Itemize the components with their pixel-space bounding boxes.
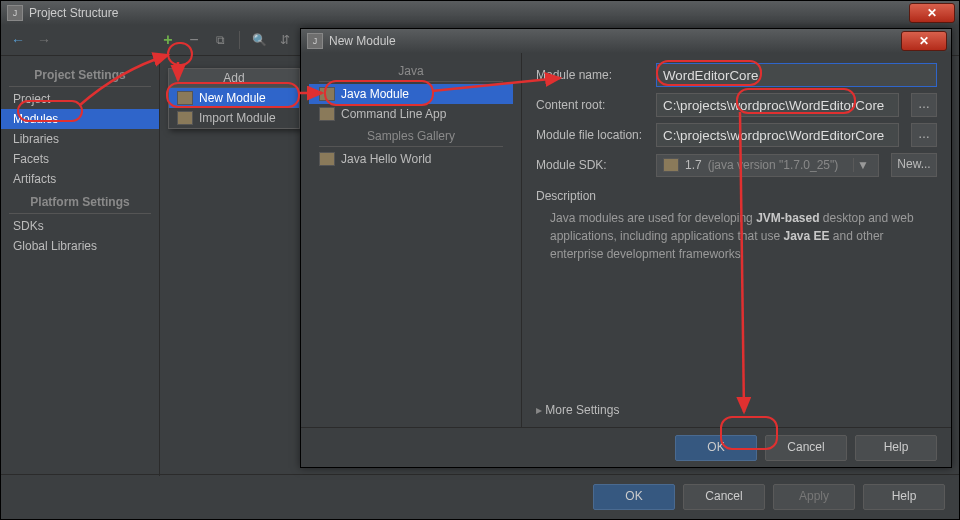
expand-icon[interactable]: ⇵ (276, 31, 294, 49)
sidebar-item-artifacts[interactable]: Artifacts (1, 169, 159, 189)
sidebar: Project Settings Project Modules Librari… (1, 56, 160, 476)
content-root-input[interactable] (656, 93, 899, 117)
forward-icon[interactable]: → (35, 31, 53, 49)
module-sdk-label: Module SDK: (536, 158, 648, 172)
content-root-browse-button[interactable]: … (911, 93, 937, 117)
search-icon[interactable]: 🔍 (250, 31, 268, 49)
module-sdk-dropdown[interactable]: 1.7 (java version "1.7.0_25") ▼ (656, 154, 879, 177)
popup-item-import-module[interactable]: Import Module (169, 108, 299, 128)
folder-icon (319, 152, 335, 166)
folder-icon (319, 107, 335, 121)
field-content-root: Content root: … (536, 93, 937, 117)
new-module-dialog: J New Module ✕ Java Java Module Command … (300, 28, 952, 468)
left-item-java-module[interactable]: Java Module (309, 84, 513, 104)
newmod-close-button[interactable]: ✕ (901, 31, 947, 51)
newmod-right-panel: Module name: Content root: … Module file… (522, 53, 951, 427)
separator (239, 31, 240, 49)
field-module-name: Module name: (536, 63, 937, 87)
add-popup: Add New Module Import Module (168, 68, 300, 129)
module-name-input[interactable] (656, 63, 937, 87)
main-apply-button[interactable]: Apply (773, 484, 855, 510)
module-name-label: Module name: (536, 68, 648, 82)
popup-item-label: New Module (199, 91, 266, 105)
popup-item-new-module[interactable]: New Module (169, 88, 299, 108)
sidebar-item-sdks[interactable]: SDKs (1, 216, 159, 236)
newmod-ok-button[interactable]: OK (675, 435, 757, 461)
folder-icon (663, 158, 679, 172)
popup-item-label: Import Module (199, 111, 276, 125)
newmod-titlebar[interactable]: J New Module ✕ (301, 29, 951, 53)
category-java: Java (319, 61, 503, 82)
module-location-browse-button[interactable]: … (911, 123, 937, 147)
left-item-hello-world[interactable]: Java Hello World (309, 149, 513, 169)
left-item-label: Java Module (341, 87, 409, 101)
copy-icon[interactable]: ⧉ (211, 31, 229, 49)
newmod-title: New Module (329, 34, 396, 48)
folder-icon (319, 87, 335, 101)
sidebar-item-modules[interactable]: Modules (1, 109, 159, 129)
content-root-label: Content root: (536, 98, 648, 112)
module-location-label: Module file location: (536, 128, 648, 142)
main-close-button[interactable]: ✕ (909, 3, 955, 23)
newmod-body: Java Java Module Command Line App Sample… (301, 53, 951, 427)
main-ok-button[interactable]: OK (593, 484, 675, 510)
add-popup-head: Add (169, 69, 299, 88)
left-item-cmdline[interactable]: Command Line App (309, 104, 513, 124)
sdk-detail: (java version "1.7.0_25") (708, 158, 839, 172)
app-icon: J (307, 33, 323, 49)
sidebar-head-project: Project Settings (9, 64, 151, 87)
app-icon: J (7, 5, 23, 21)
chevron-down-icon: ▼ (853, 158, 872, 172)
category-samples: Samples Gallery (319, 126, 503, 147)
newmod-button-row: OK Cancel Help (301, 427, 951, 468)
module-location-input[interactable] (656, 123, 899, 147)
add-icon[interactable]: + (159, 31, 177, 49)
main-title: Project Structure (29, 6, 118, 20)
field-module-location: Module file location: … (536, 123, 937, 147)
description-text: Java modules are used for developing JVM… (536, 209, 937, 263)
sdk-value: 1.7 (685, 158, 702, 172)
sidebar-item-global-libraries[interactable]: Global Libraries (1, 236, 159, 256)
field-module-sdk: Module SDK: 1.7 (java version "1.7.0_25"… (536, 153, 937, 177)
sidebar-item-project[interactable]: Project (1, 89, 159, 109)
back-icon[interactable]: ← (9, 31, 27, 49)
more-settings-toggle[interactable]: More Settings (536, 403, 619, 417)
sidebar-head-platform: Platform Settings (9, 191, 151, 214)
newmod-help-button[interactable]: Help (855, 435, 937, 461)
main-help-button[interactable]: Help (863, 484, 945, 510)
remove-icon[interactable]: − (185, 31, 203, 49)
newmod-cancel-button[interactable]: Cancel (765, 435, 847, 461)
sidebar-item-libraries[interactable]: Libraries (1, 129, 159, 149)
left-item-label: Java Hello World (341, 152, 431, 166)
folder-icon (177, 91, 193, 105)
new-sdk-button[interactable]: New... (891, 153, 937, 177)
left-item-label: Command Line App (341, 107, 446, 121)
sidebar-item-facets[interactable]: Facets (1, 149, 159, 169)
newmod-left-panel: Java Java Module Command Line App Sample… (301, 53, 522, 427)
import-icon (177, 111, 193, 125)
main-titlebar[interactable]: J Project Structure ✕ (1, 1, 959, 25)
description-heading: Description (536, 189, 937, 203)
main-footer: OK Cancel Apply Help (1, 474, 959, 519)
main-cancel-button[interactable]: Cancel (683, 484, 765, 510)
